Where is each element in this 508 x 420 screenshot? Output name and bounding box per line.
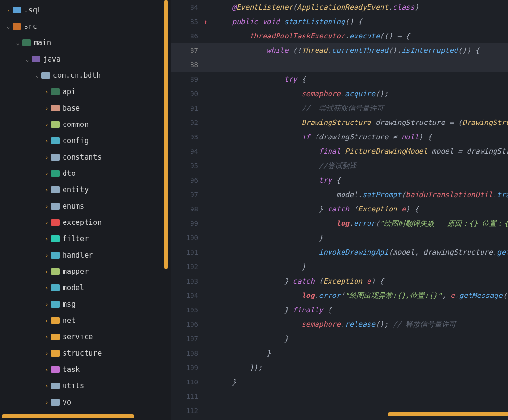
tree-label: net	[63, 316, 76, 325]
code-line[interactable]: while (!Thread.currentThread().isInterru…	[212, 43, 508, 58]
chevron-right-icon[interactable]: ›	[43, 252, 50, 259]
tree-item-api[interactable]: ›api	[0, 84, 171, 100]
line-number: 109	[171, 360, 200, 375]
chevron-right-icon[interactable]: ›	[43, 269, 50, 275]
tree-item-java[interactable]: ⌄java	[0, 51, 171, 67]
code-line[interactable]: threadPoolTaskExecutor.execute(() → {	[212, 29, 508, 43]
code-line[interactable]: // 尝试获取信号量许可	[212, 101, 508, 115]
tree-label: task	[63, 365, 80, 374]
code-line[interactable]: if (drawingStructure ≠ null) {	[212, 130, 508, 144]
line-number: 111	[171, 389, 200, 404]
code-line[interactable]	[212, 389, 508, 404]
sidebar-scrollbar-horizontal[interactable]	[2, 414, 134, 418]
chevron-right-icon[interactable]: ›	[43, 122, 50, 128]
tree-item-utils[interactable]: ›utils	[0, 378, 171, 394]
tree-item-src[interactable]: ⌄src	[0, 18, 171, 35]
code-line[interactable]: DrawingStructure drawingStructure = (Dra…	[212, 115, 508, 130]
line-number: 90	[171, 86, 200, 101]
chevron-right-icon[interactable]: ›	[43, 285, 50, 291]
tree-item-dto[interactable]: ›dto	[0, 165, 171, 182]
chevron-right-icon[interactable]: ›	[43, 301, 50, 308]
tree-item-enums[interactable]: ›enums	[0, 198, 171, 214]
tree-item-common[interactable]: ›common	[0, 116, 171, 133]
chevron-right-icon[interactable]: ›	[43, 334, 50, 340]
tree-item-entity[interactable]: ›entity	[0, 182, 171, 198]
code-editor[interactable]: 8485868788899091929394959697989910010110…	[171, 0, 508, 420]
code-line[interactable]: } catch (Exception e) {	[212, 202, 508, 216]
code-line[interactable]: });	[212, 360, 508, 375]
tree-label: main	[34, 38, 51, 47]
tree-item-com-cn-bdth[interactable]: ⌄com.cn.bdth	[0, 67, 171, 84]
code-line[interactable]: model.setPrompt(baiduTranslationUtil.tra	[212, 187, 508, 202]
chevron-right-icon[interactable]: ›	[43, 399, 50, 406]
chevron-right-icon[interactable]: ›	[43, 236, 50, 242]
tree-item-filter[interactable]: ›filter	[0, 231, 171, 247]
code-line[interactable]: final PictureDrawingModel model = drawin…	[212, 144, 508, 159]
line-number-gutter: 8485868788899091929394959697989910010110…	[171, 0, 200, 420]
chevron-right-icon[interactable]: ›	[43, 187, 50, 193]
folder-icon	[13, 7, 21, 13]
chevron-right-icon[interactable]: ›	[43, 89, 50, 95]
code-line[interactable]: try {	[212, 72, 508, 86]
code-line[interactable]: invokeDrawingApi(model, drawingStructure…	[212, 245, 508, 259]
code-line[interactable]: log.error("绘图时翻译失败 原因：{} 位置：{}"	[212, 216, 508, 231]
tree-item-handler[interactable]: ›handler	[0, 247, 171, 263]
implement-marker-icon[interactable]: ⬆	[204, 18, 208, 25]
code-line[interactable]: } catch (Exception e) {	[212, 274, 508, 288]
chevron-down-icon[interactable]: ⌄	[5, 24, 12, 30]
tree-item-exception[interactable]: ›exception	[0, 214, 171, 231]
line-number: 108	[171, 346, 200, 360]
code-line[interactable]: //尝试翻译	[212, 159, 508, 173]
code-line[interactable]: log.error("绘图出现异常:{},位置:{}", e.getMessag…	[212, 288, 508, 303]
code-line[interactable]: @EventListener(ApplicationReadyEvent.cla…	[212, 0, 508, 14]
chevron-right-icon[interactable]: ›	[43, 154, 50, 161]
chevron-right-icon[interactable]: ›	[43, 138, 50, 144]
tree-item-msg[interactable]: ›msg	[0, 296, 171, 312]
chevron-right-icon[interactable]: ›	[43, 367, 50, 373]
chevron-down-icon[interactable]: ⌄	[34, 73, 40, 79]
tree-item-task[interactable]: ›task	[0, 361, 171, 378]
tree-item-main[interactable]: ⌄main	[0, 35, 171, 51]
tree-item-base[interactable]: ›base	[0, 100, 171, 116]
folder-icon	[51, 219, 60, 226]
code-line[interactable]: } finally {	[212, 303, 508, 317]
tree-item-model[interactable]: ›model	[0, 280, 171, 296]
chevron-down-icon[interactable]: ⌄	[24, 56, 31, 62]
folder-icon	[51, 284, 60, 291]
code-line[interactable]: }	[212, 375, 508, 389]
tree-item-service[interactable]: ›service	[0, 329, 171, 345]
chevron-right-icon[interactable]: ›	[43, 203, 50, 210]
tree-item-constants[interactable]: ›constants	[0, 149, 171, 165]
code-area[interactable]: @EventListener(ApplicationReadyEvent.cla…	[212, 0, 508, 420]
chevron-right-icon[interactable]: ›	[43, 171, 50, 177]
tree-item-config[interactable]: ›config	[0, 133, 171, 149]
code-line[interactable]: semaphore.acquire();	[212, 86, 508, 101]
code-line[interactable]: public void startListening() {	[212, 14, 508, 29]
tree-item-mapper[interactable]: ›mapper	[0, 263, 171, 280]
code-line[interactable]: }	[212, 346, 508, 360]
line-number: 94	[171, 144, 200, 159]
tree-item-structure[interactable]: ›structure	[0, 345, 171, 361]
chevron-right-icon[interactable]: ›	[5, 7, 12, 13]
tree-label: src	[24, 22, 37, 31]
code-line[interactable]: }	[212, 259, 508, 274]
code-line-highlighted[interactable]	[212, 58, 508, 72]
sidebar-scrollbar-vertical[interactable]	[164, 0, 168, 269]
chevron-right-icon[interactable]: ›	[43, 220, 50, 226]
line-number: 112	[171, 404, 200, 418]
chevron-down-icon[interactable]: ⌄	[14, 40, 21, 46]
chevron-right-icon[interactable]: ›	[43, 105, 50, 111]
code-line[interactable]: try {	[212, 173, 508, 187]
tree-item-vo[interactable]: ›vo	[0, 394, 171, 410]
code-line[interactable]: }	[212, 231, 508, 245]
code-line[interactable]: semaphore.release(); // 释放信号量许可	[212, 317, 508, 332]
chevron-right-icon[interactable]: ›	[43, 350, 50, 357]
chevron-right-icon[interactable]: ›	[43, 383, 50, 389]
tree-item--sql[interactable]: ›.sql	[0, 2, 171, 18]
tree-item-net[interactable]: ›net	[0, 312, 171, 329]
code-line[interactable]: }	[212, 332, 508, 346]
chevron-right-icon[interactable]: ›	[43, 318, 50, 324]
tree-label: api	[63, 87, 76, 96]
editor-scrollbar-horizontal[interactable]	[388, 412, 508, 416]
file-tree-sidebar[interactable]: ›.sql⌄src⌄main⌄java⌄com.cn.bdth›api›base…	[0, 0, 171, 420]
